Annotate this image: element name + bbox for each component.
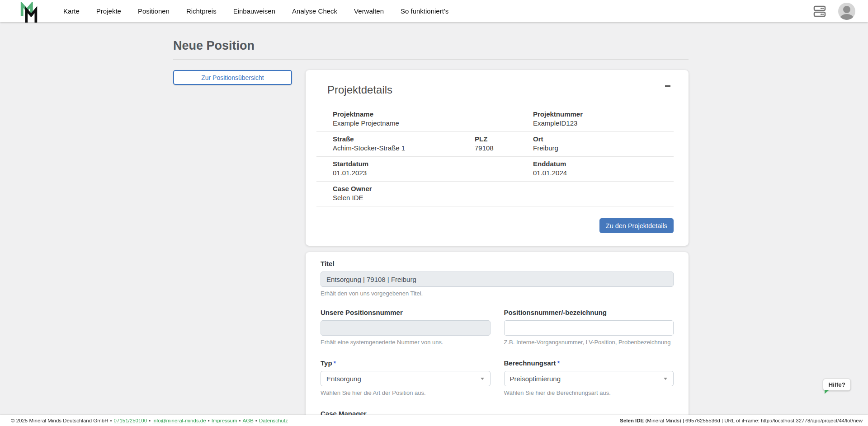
field-startdatum: Startdatum 01.01.2023 bbox=[316, 160, 533, 177]
nav-item-projekte[interactable]: Projekte bbox=[96, 7, 121, 15]
berechnungsart-selected-value: Preisoptimierung bbox=[510, 375, 561, 383]
field-projektname: Projektname Example Projectname bbox=[316, 110, 533, 127]
footer-user-name: Selen IDE bbox=[620, 418, 644, 423]
title-divider bbox=[173, 59, 689, 60]
servers-icon[interactable] bbox=[813, 5, 826, 18]
table-row: Projektname Example Projectname Projektn… bbox=[316, 107, 674, 131]
typ-select[interactable]: Entsorgung bbox=[321, 371, 491, 386]
footer-bar: © 2025 Mineral Minds Deutschland GmbH • … bbox=[0, 415, 868, 426]
separator-dot: • bbox=[208, 418, 210, 423]
field-value: Freiburg bbox=[533, 144, 674, 152]
avatar bbox=[838, 3, 855, 20]
separator-dot: • bbox=[110, 418, 112, 423]
unsere-positionsnummer-field-group: Unsere Positionsnummer Erhält eine syste… bbox=[321, 309, 491, 346]
footer-session-details: (Mineral Minds) | 69576255536d | URL of … bbox=[644, 418, 863, 423]
field-value: ExampleID123 bbox=[533, 119, 674, 127]
nav-right-actions bbox=[813, 3, 855, 20]
mineral-minds-logo-icon[interactable] bbox=[20, 2, 39, 23]
field-value: 79108 bbox=[475, 144, 533, 152]
positionsnummer-bezeichnung-field-group: Positionsnummer/-bezeichnung Z.B. Intern… bbox=[504, 309, 674, 346]
nav-item-verwalten[interactable]: Verwalten bbox=[354, 7, 384, 15]
field-strasse: Straße Achim-Stocker-Straße 1 bbox=[316, 135, 475, 152]
table-row: Straße Achim-Stocker-Straße 1 PLZ 79108 … bbox=[316, 131, 674, 156]
help-button[interactable]: Hilfe? bbox=[823, 379, 851, 391]
separator-dot: • bbox=[239, 418, 241, 423]
field-value: 01.01.2024 bbox=[533, 169, 674, 177]
footer-link-impressum[interactable]: Impressum bbox=[212, 418, 237, 423]
titel-label: Titel bbox=[321, 260, 674, 267]
unsere-positionsnummer-label: Unsere Positionsnummer bbox=[321, 309, 491, 316]
left-action-column: Zur Positionsübersicht bbox=[173, 70, 306, 85]
footer-link-phone[interactable]: 07151/250100 bbox=[114, 418, 147, 423]
new-position-form-card: Titel Erhält den von uns vorgegebenen Ti… bbox=[306, 252, 689, 426]
field-case-owner: Case Owner Selen IDE bbox=[316, 185, 674, 202]
field-label: Projektname bbox=[333, 110, 533, 118]
typ-field-group: Typ* Entsorgung Wählen Sie hier die Art … bbox=[321, 359, 491, 396]
positionsnummer-bezeichnung-label: Positionsnummer/-bezeichnung bbox=[504, 309, 674, 316]
top-navigation-bar: Karte Projekte Positionen Richtpreis Ein… bbox=[0, 0, 868, 22]
field-value: Example Projectname bbox=[333, 119, 533, 127]
project-details-table: Projektname Example Projectname Projektn… bbox=[316, 107, 674, 206]
required-asterisk: * bbox=[334, 359, 336, 367]
footer-left: © 2025 Mineral Minds Deutschland GmbH • … bbox=[11, 418, 288, 423]
nav-item-analyse-check[interactable]: Analyse Check bbox=[292, 7, 337, 15]
unsere-positionsnummer-input bbox=[321, 320, 491, 336]
minus-icon bbox=[665, 85, 670, 87]
berechnungsart-field-group: Berechnungsart* Preisoptimierung Wählen … bbox=[504, 359, 674, 396]
berechnungsart-helper-text: Wählen Sie hier die Berechnungsart aus. bbox=[504, 389, 674, 396]
berechnungsart-label: Berechnungsart* bbox=[504, 359, 674, 367]
project-details-title: Projektdetails bbox=[327, 84, 674, 96]
field-plz: PLZ 79108 bbox=[475, 135, 533, 152]
titel-helper-text: Erhält den von uns vorgegebenen Titel. bbox=[321, 290, 674, 297]
typ-label: Typ* bbox=[321, 359, 491, 367]
unsere-positionsnummer-helper-text: Erhält eine systemgenerierte Nummer von … bbox=[321, 339, 491, 346]
nav-item-karte[interactable]: Karte bbox=[63, 7, 80, 15]
field-label: PLZ bbox=[475, 135, 533, 143]
footer-link-datenschutz[interactable]: Datenschutz bbox=[259, 418, 288, 423]
main-menu: Karte Projekte Positionen Richtpreis Ein… bbox=[63, 7, 448, 15]
nav-item-so-funktionierts[interactable]: So funktioniert's bbox=[401, 7, 448, 15]
field-label: Straße bbox=[333, 135, 475, 143]
separator-dot: • bbox=[255, 418, 257, 423]
field-label: Case Owner bbox=[333, 185, 674, 192]
go-to-project-details-button[interactable]: Zu den Projektdetails bbox=[599, 218, 674, 233]
positionsnummer-bezeichnung-input[interactable] bbox=[504, 320, 674, 336]
field-label: Ort bbox=[533, 135, 674, 143]
required-asterisk: * bbox=[557, 359, 560, 367]
titel-field-group: Titel Erhält den von uns vorgegebenen Ti… bbox=[321, 260, 674, 297]
typ-helper-text: Wählen Sie hier die Art der Position aus… bbox=[321, 389, 491, 396]
berechnungsart-select[interactable]: Preisoptimierung bbox=[504, 371, 674, 386]
nav-item-richtpreis[interactable]: Richtpreis bbox=[186, 7, 217, 15]
footer-link-email[interactable]: info@mineral-minds.de bbox=[152, 418, 206, 423]
table-row: Case Owner Selen IDE bbox=[316, 181, 674, 206]
user-avatar-icon[interactable] bbox=[838, 3, 855, 20]
typ-selected-value: Entsorgung bbox=[326, 375, 361, 383]
titel-input bbox=[321, 272, 674, 287]
nav-item-einbauweisen[interactable]: Einbauweisen bbox=[233, 7, 275, 15]
typ-label-text: Typ bbox=[321, 359, 332, 367]
copyright-text: © 2025 Mineral Minds Deutschland GmbH bbox=[11, 418, 108, 423]
berechnungsart-label-text: Berechnungsart bbox=[504, 359, 556, 367]
field-label: Startdatum bbox=[333, 160, 533, 168]
field-ort: Ort Freiburg bbox=[533, 135, 674, 152]
field-value: Selen IDE bbox=[333, 194, 674, 202]
table-row: Startdatum 01.01.2023 Enddatum 01.01.202… bbox=[316, 156, 674, 181]
field-enddatum: Enddatum 01.01.2024 bbox=[533, 160, 674, 177]
separator-dot: • bbox=[149, 418, 151, 423]
field-label: Projektnummer bbox=[533, 110, 674, 118]
project-details-card: Projektdetails Projektname Example Proje… bbox=[306, 70, 689, 246]
field-projektnummer: Projektnummer ExampleID123 bbox=[533, 110, 674, 127]
positionsnummer-bezeichnung-helper-text: Z.B. Interne-Vorgangsnummer, LV-Position… bbox=[504, 339, 674, 346]
cards-column: Projektdetails Projektname Example Proje… bbox=[306, 70, 689, 426]
footer-link-agb[interactable]: AGB bbox=[243, 418, 254, 423]
collapse-card-button[interactable] bbox=[662, 81, 673, 91]
field-label: Enddatum bbox=[533, 160, 674, 168]
footer-session-info: Selen IDE (Mineral Minds) | 69576255536d… bbox=[620, 418, 863, 423]
field-value: Achim-Stocker-Straße 1 bbox=[333, 144, 475, 152]
back-to-positions-button[interactable]: Zur Positionsübersicht bbox=[173, 70, 292, 85]
main-content: Neue Position Zur Positionsübersicht Pro… bbox=[173, 0, 689, 426]
field-value: 01.01.2023 bbox=[333, 169, 533, 177]
nav-item-positionen[interactable]: Positionen bbox=[138, 7, 170, 15]
page-title: Neue Position bbox=[173, 39, 689, 53]
